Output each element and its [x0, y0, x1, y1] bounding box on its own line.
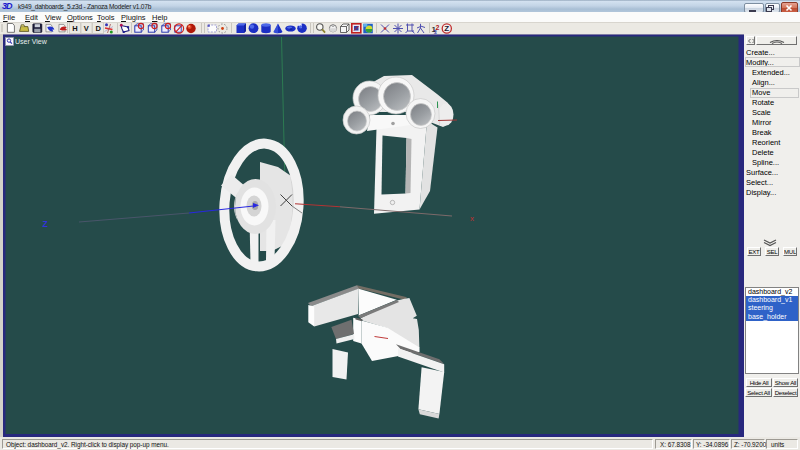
svg-text:H: H [72, 24, 77, 33]
svg-text:D: D [96, 24, 102, 33]
svg-text:Z: Z [444, 24, 449, 33]
svg-text:Z: Z [43, 219, 48, 229]
svg-text:V: V [84, 24, 89, 33]
svg-text:x: x [470, 214, 474, 223]
